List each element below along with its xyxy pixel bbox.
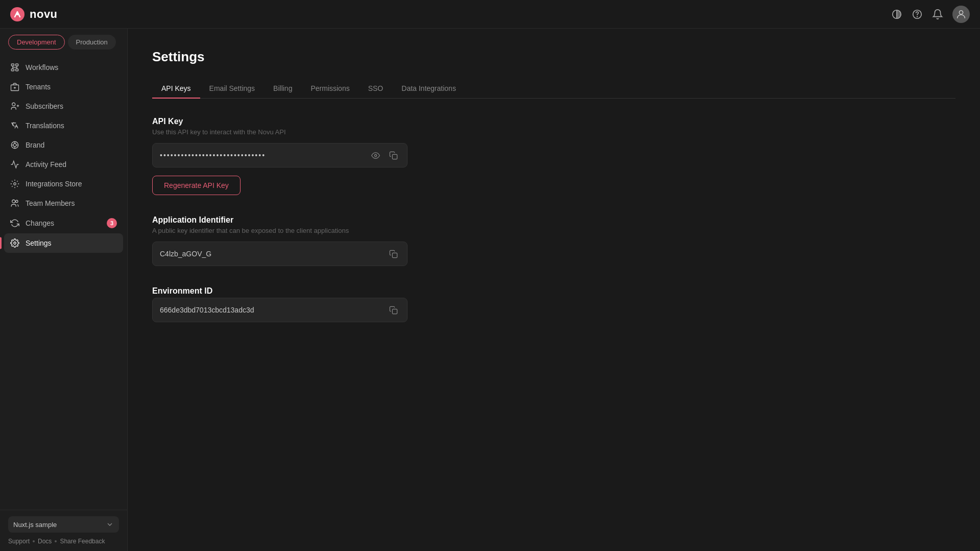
svg-point-4 [917, 16, 918, 17]
svg-point-20 [13, 143, 16, 147]
env-id-copy-button[interactable] [387, 304, 400, 317]
sidebar: Development Production Workflows Tenants [0, 29, 128, 551]
svg-point-27 [16, 200, 18, 203]
tab-email-settings[interactable]: Email Settings [200, 79, 264, 99]
settings-icon [10, 238, 19, 248]
api-key-desc: Use this API key to interact with the No… [152, 128, 955, 136]
org-name: Nuxt.js sample [13, 521, 57, 529]
novu-logo-icon [10, 7, 25, 21]
sidebar-item-team-members[interactable]: Team Members [4, 194, 123, 213]
sidebar-item-label-translations: Translations [26, 122, 64, 130]
subscribers-icon [10, 102, 19, 111]
sidebar-item-label-workflows: Workflows [26, 63, 58, 71]
env-switcher: Development Production [0, 35, 127, 58]
env-production-button[interactable]: Production [68, 35, 116, 50]
env-id-title: Environment ID [152, 286, 955, 296]
integrations-icon [10, 179, 19, 188]
svg-point-5 [959, 10, 963, 14]
sidebar-item-translations[interactable]: Translations [4, 116, 123, 135]
sidebar-item-label-changes: Changes [26, 219, 54, 227]
workflows-icon [10, 63, 19, 72]
sidebar-item-brand[interactable]: Brand [4, 135, 123, 155]
api-key-copy-button[interactable] [387, 149, 400, 162]
svg-rect-32 [392, 309, 397, 314]
footer-dot-1 [33, 540, 35, 542]
app-layout: Development Production Workflows Tenants [0, 29, 980, 551]
app-identifier-title: Application Identifier [152, 215, 955, 225]
logo-text: novu [30, 8, 58, 21]
sidebar-item-changes[interactable]: Changes 3 [4, 213, 123, 233]
svg-point-25 [14, 183, 16, 185]
sidebar-item-label-tenants: Tenants [26, 83, 51, 91]
env-id-actions [387, 304, 400, 317]
api-key-field-row: •••••••••••••••••••••••••••••• [152, 143, 408, 167]
changes-badge: 3 [107, 218, 117, 228]
avatar[interactable] [952, 6, 970, 23]
svg-rect-6 [11, 64, 14, 66]
tenants-icon [10, 82, 19, 91]
tab-permissions[interactable]: Permissions [301, 79, 358, 99]
regenerate-api-key-button[interactable]: Regenerate API Key [152, 176, 241, 195]
docs-link[interactable]: Docs [38, 538, 52, 545]
app-identifier-copy-button[interactable] [387, 248, 400, 260]
sidebar-item-label-brand: Brand [26, 141, 44, 149]
app-identifier-value: C4lzb_aGOV_G [160, 250, 387, 258]
sidebar-item-subscribers[interactable]: Subscribers [4, 97, 123, 116]
page-title: Settings [152, 49, 955, 65]
org-selector[interactable]: Nuxt.js sample [8, 516, 119, 533]
sidebar-item-settings[interactable]: Settings [4, 233, 123, 253]
sidebar-item-integrations-store[interactable]: Integrations Store [4, 174, 123, 194]
sidebar-item-workflows[interactable]: Workflows [4, 58, 123, 77]
team-members-icon [10, 199, 19, 208]
settings-tabs: API Keys Email Settings Billing Permissi… [152, 79, 955, 99]
sidebar-item-label-team-members: Team Members [26, 199, 75, 207]
changes-icon [10, 219, 19, 228]
svg-rect-31 [392, 253, 397, 257]
api-key-value: •••••••••••••••••••••••••••••• [160, 151, 369, 159]
contrast-icon[interactable] [891, 9, 902, 20]
svg-rect-30 [392, 154, 397, 159]
env-id-field-row: 666de3dbd7013cbcd13adc3d [152, 298, 408, 322]
env-development-button[interactable]: Development [8, 35, 65, 50]
sidebar-item-activity-feed[interactable]: Activity Feed [4, 155, 123, 174]
sidebar-item-label-settings: Settings [26, 239, 52, 247]
help-icon[interactable] [912, 9, 923, 20]
tab-data-integrations[interactable]: Data Integrations [392, 79, 465, 99]
svg-point-26 [12, 200, 15, 203]
sidebar-bottom: Nuxt.js sample Support Docs Share Feedba… [0, 510, 127, 551]
api-key-actions [369, 149, 400, 162]
app-identifier-actions [387, 248, 400, 260]
svg-point-28 [14, 242, 16, 245]
app-identifier-field-row: C4lzb_aGOV_G [152, 242, 408, 266]
topbar-actions [891, 6, 970, 23]
sidebar-item-label-subscribers: Subscribers [26, 102, 63, 110]
topbar: novu [0, 0, 980, 29]
bell-icon[interactable] [932, 9, 943, 20]
brand-icon [10, 140, 19, 150]
app-identifier-section: Application Identifier A public key iden… [152, 215, 955, 266]
sidebar-item-tenants[interactable]: Tenants [4, 77, 123, 97]
env-id-value: 666de3dbd7013cbcd13adc3d [160, 306, 387, 314]
share-feedback-link[interactable]: Share Feedback [60, 538, 105, 545]
env-id-section: Environment ID 666de3dbd7013cbcd13adc3d [152, 286, 955, 322]
svg-point-16 [12, 103, 15, 106]
main-content: Settings API Keys Email Settings Billing… [128, 29, 980, 551]
sidebar-item-label-activity-feed: Activity Feed [26, 160, 66, 169]
app-identifier-desc: A public key identifier that can be expo… [152, 227, 955, 234]
tab-billing[interactable]: Billing [264, 79, 301, 99]
sidebar-item-label-integrations-store: Integrations Store [26, 180, 82, 188]
footer-dot-2 [55, 540, 57, 542]
api-key-toggle-visibility-button[interactable] [369, 149, 382, 162]
svg-rect-7 [16, 64, 18, 66]
activity-feed-icon [10, 160, 19, 169]
support-link[interactable]: Support [8, 538, 30, 545]
tab-sso[interactable]: SSO [359, 79, 393, 99]
chevron-down-icon [106, 520, 114, 529]
api-key-section: API Key Use this API key to interact wit… [152, 117, 955, 195]
api-key-title: API Key [152, 117, 955, 126]
tab-api-keys[interactable]: API Keys [152, 79, 200, 99]
svg-point-1 [16, 13, 18, 15]
footer-links: Support Docs Share Feedback [8, 538, 119, 545]
svg-rect-8 [11, 69, 14, 71]
logo-area: novu [10, 7, 58, 21]
